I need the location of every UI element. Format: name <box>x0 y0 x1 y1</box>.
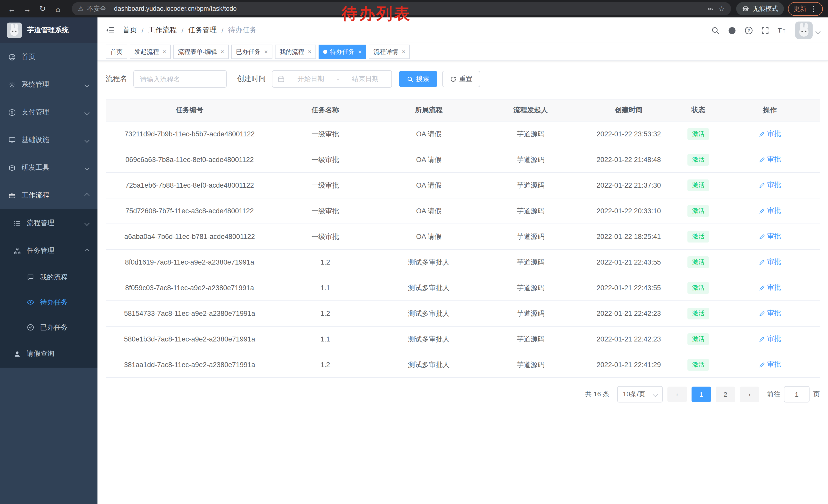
process-cell: 测试多审批人 <box>377 326 481 352</box>
task-id-cell: 75d72608-7b7f-11ec-a3c8-acde48001122 <box>106 198 274 224</box>
task-id-cell: 580e1b3d-7ac8-11ec-a9e2-a2380e71991a <box>106 326 274 352</box>
tab-done-task[interactable]: 已办任务 × <box>232 45 273 59</box>
sidebar-toggle-icon[interactable] <box>106 26 115 35</box>
breadcrumb-separator: / <box>141 26 143 34</box>
back-icon[interactable]: ← <box>5 2 18 15</box>
sidebar-item-task-mgmt[interactable]: 任务管理 <box>0 237 97 265</box>
tab-process-detail[interactable]: 流程详情 × <box>369 45 410 59</box>
breadcrumb-item[interactable]: 首页 <box>123 26 137 35</box>
sidebar-item-system[interactable]: 系统管理 <box>0 71 97 98</box>
sidebar-item-workflow[interactable]: 工作流程 <box>0 182 97 209</box>
sidebar-item-done-task[interactable]: 已办任务 <box>0 315 97 340</box>
status-cell: 激活 <box>677 147 720 173</box>
sidebar-item-todo-task[interactable]: 待办任务 <box>0 290 97 315</box>
breadcrumb-item[interactable]: 任务管理 <box>188 26 217 35</box>
approve-link[interactable]: 审批 <box>758 309 781 318</box>
password-key-icon[interactable] <box>707 5 715 12</box>
toolbox-icon <box>8 164 16 172</box>
tab-form-edit[interactable]: 流程表单-编辑 × <box>173 45 229 59</box>
column-header-created: 创建时间 <box>580 99 677 121</box>
tab-todo-task[interactable]: 待办任务 × <box>319 45 366 59</box>
action-cell: 审批 <box>720 121 820 147</box>
close-icon[interactable]: × <box>308 48 312 55</box>
close-icon[interactable]: × <box>220 48 224 55</box>
process-cell: 测试多审批人 <box>377 275 481 301</box>
approve-link[interactable]: 审批 <box>758 207 781 216</box>
tab-start-process[interactable]: 发起流程 × <box>130 45 171 59</box>
close-icon[interactable]: × <box>402 48 405 55</box>
status-badge: 激活 <box>688 128 709 140</box>
chevron-down-icon <box>84 82 89 87</box>
home-icon[interactable]: ⌂ <box>51 2 65 15</box>
edit-icon <box>758 362 765 368</box>
sidebar-item-my-process[interactable]: 我的流程 <box>0 265 97 290</box>
yen-icon <box>8 108 16 116</box>
column-header-process: 所属流程 <box>377 99 481 121</box>
date-range-picker[interactable]: 开始日期 - 结束日期 <box>272 70 392 88</box>
approve-link[interactable]: 审批 <box>758 130 781 139</box>
column-header-initiator: 流程发起人 <box>481 99 581 121</box>
bookmark-star-icon[interactable]: ☆ <box>718 5 725 13</box>
reload-icon[interactable]: ↻ <box>36 2 49 15</box>
search-icon[interactable] <box>711 26 720 35</box>
created-cell: 2022-01-21 22:42:23 <box>580 326 677 352</box>
breadcrumb-current: 待办任务 <box>228 26 257 35</box>
page-button-1[interactable]: 1 <box>692 386 711 402</box>
edit-icon <box>758 131 765 137</box>
sidebar-item-payment[interactable]: 支付管理 <box>0 98 97 126</box>
approve-link[interactable]: 审批 <box>758 155 781 164</box>
update-button[interactable]: 更新 ⋮ <box>788 2 823 16</box>
task-id-cell: 8f059c03-7ac8-11ec-a9e2-a2380e71991a <box>106 275 274 301</box>
approve-link[interactable]: 审批 <box>758 283 781 292</box>
approve-link-label: 审批 <box>767 207 781 216</box>
user-menu[interactable] <box>795 21 820 39</box>
start-date-placeholder[interactable]: 开始日期 <box>290 74 332 84</box>
avatar[interactable] <box>795 21 813 39</box>
sidebar-item-process-mgmt[interactable]: 流程管理 <box>0 209 97 237</box>
status-cell: 激活 <box>677 301 720 326</box>
tab-my-process[interactable]: 我的流程 × <box>275 45 316 59</box>
browser-menu-icon[interactable]: ⋮ <box>810 5 817 13</box>
tab-home[interactable]: 首页 <box>106 45 127 59</box>
status-badge: 激活 <box>688 154 709 166</box>
edit-icon <box>758 233 765 240</box>
page-size-select[interactable]: 10条/页 <box>617 386 663 403</box>
close-icon[interactable]: × <box>358 48 362 55</box>
column-header-task-id: 任务编号 <box>106 99 274 121</box>
sidebar-item-home[interactable]: 首页 <box>0 43 97 71</box>
incognito-label: 无痕模式 <box>753 4 778 13</box>
approve-link[interactable]: 审批 <box>758 334 781 344</box>
close-icon[interactable]: × <box>163 48 166 55</box>
process-name-input[interactable] <box>133 70 227 88</box>
security-label[interactable]: 不安全 <box>87 4 107 13</box>
chevron-down-icon <box>84 221 89 226</box>
page-button-2[interactable]: 2 <box>716 386 735 402</box>
sidebar-item-devtools[interactable]: 研发工具 <box>0 154 97 182</box>
sidebar-item-label: 我的流程 <box>40 273 68 282</box>
forward-icon[interactable]: → <box>20 2 34 15</box>
approve-link-label: 审批 <box>767 334 781 344</box>
sidebar-item-infra[interactable]: 基础设施 <box>0 126 97 154</box>
created-cell: 2022-01-22 18:25:41 <box>580 224 677 249</box>
approve-link[interactable]: 审批 <box>758 181 781 190</box>
end-date-placeholder[interactable]: 结束日期 <box>344 74 386 84</box>
github-icon[interactable] <box>728 26 737 35</box>
goto-page: 前往 页 <box>767 386 820 403</box>
reset-button[interactable]: 重置 <box>442 71 480 87</box>
fullscreen-icon[interactable] <box>761 26 770 35</box>
table-row: 58154733-7ac8-11ec-a9e2-a2380e71991a 1.2… <box>106 301 820 326</box>
approve-link[interactable]: 审批 <box>758 232 781 241</box>
search-button[interactable]: 搜索 <box>399 71 437 87</box>
approve-link[interactable]: 审批 <box>758 258 781 267</box>
goto-page-input[interactable] <box>784 386 810 403</box>
sidebar-item-leave-query[interactable]: 请假查询 <box>0 340 97 368</box>
prev-page-button[interactable]: ‹ <box>667 386 687 402</box>
font-size-icon[interactable]: TT <box>777 26 787 35</box>
svg-text:T: T <box>778 27 782 34</box>
next-page-button[interactable]: › <box>740 386 759 402</box>
help-icon[interactable]: ? <box>744 26 753 35</box>
approve-link[interactable]: 审批 <box>758 360 781 369</box>
url-text[interactable]: dashboard.yudao.iocoder.cn/bpm/task/todo <box>114 5 237 12</box>
close-icon[interactable]: × <box>264 48 268 55</box>
breadcrumb-item[interactable]: 工作流程 <box>148 26 177 35</box>
